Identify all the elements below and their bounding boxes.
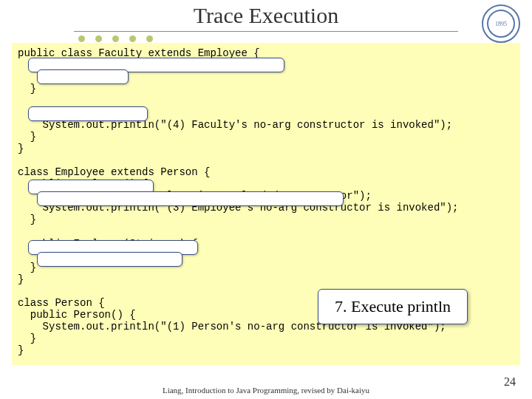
page-number: 24 xyxy=(504,375,516,389)
highlight-new-faculty xyxy=(37,69,129,84)
highlight-println-s xyxy=(37,252,183,267)
logo-year: 1895 xyxy=(487,10,515,38)
callout-step: 7. Execute println xyxy=(318,289,468,324)
decorative-dots xyxy=(78,35,153,42)
slide-title: Trace Execution xyxy=(0,3,532,28)
footer-citation: Liang, Introduction to Java Programming,… xyxy=(0,386,532,395)
title-underline xyxy=(74,31,458,32)
university-logo: 1895 xyxy=(482,4,520,43)
highlight-this-call xyxy=(37,191,344,206)
highlight-faculty-ctor xyxy=(28,106,148,121)
